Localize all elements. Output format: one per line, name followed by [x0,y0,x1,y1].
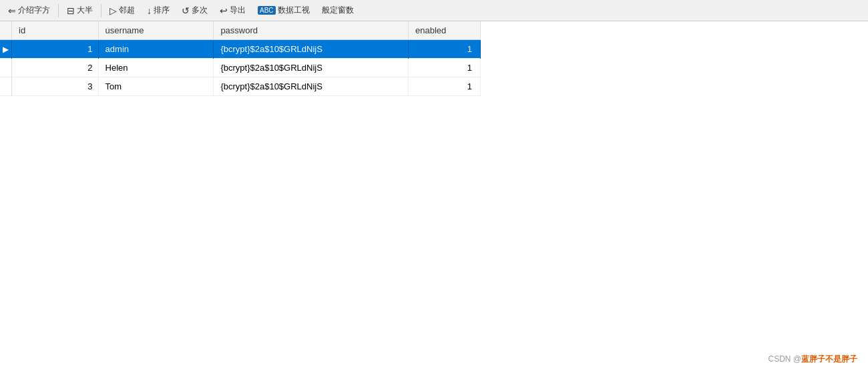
toolbar-btn-export[interactable]: ↩ 导出 [214,3,251,18]
toolbar-label-settings: 般定窗数 [322,5,354,16]
row-arrow-icon: ▶ [3,45,9,54]
table-row[interactable]: ▶1admin{bcrypt}$2a$10$GRLdNijS1 [0,40,481,59]
table-row[interactable]: 2Helen{bcrypt}$2a$10$GRLdNijS1 [0,59,481,77]
column-header-password: password [214,21,409,40]
half-icon: ⊟ [67,5,75,16]
toolbar-label-sort: 排序 [154,5,170,16]
data-table: id username password enabled ▶1admin{bcr… [0,21,481,96]
divider-1 [58,4,59,17]
watermark-prefix: CSDN @ [768,354,801,364]
toolbar-btn-settings[interactable]: 般定窗数 [316,3,359,18]
watermark: CSDN @蓝胖子不是胖子 [768,354,857,365]
cell-username: admin [98,40,214,59]
column-header-username: username [98,21,214,40]
toolbar: ⇐ 介绍字方 ⊟ 大半 ▷ 邻超 ↓ 排序 ↺ 多次 ↩ 导出 ABC 数据工视… [0,0,868,21]
watermark-brand: 蓝胖子不是胖子 [801,354,857,364]
neighbor-icon: ▷ [110,5,117,16]
sort-icon: ↓ [147,5,152,16]
table-row[interactable]: 3Tom{bcrypt}$2a$10$GRLdNijS1 [0,77,481,96]
cell-password: {bcrypt}$2a$10$GRLdNijS [214,59,409,77]
cell-id: 2 [12,59,99,77]
cell-password: {bcrypt}$2a$10$GRLdNijS [214,77,409,96]
toolbar-label-half: 大半 [77,5,93,16]
cell-username: Helen [98,59,214,77]
toolbar-label-intro: 介绍字方 [18,5,50,16]
toolbar-btn-sort[interactable]: ↓ 排序 [142,3,175,18]
column-header-id: id [12,21,99,40]
toolbar-btn-times[interactable]: ↺ 多次 [176,3,213,18]
intro-icon: ⇐ [8,5,16,16]
toolbar-btn-neighbor[interactable]: ▷ 邻超 [104,3,140,18]
cell-id: 1 [12,40,99,59]
export-icon: ↩ [220,5,228,16]
cell-enabled: 1 [408,40,480,59]
column-header-enabled: enabled [408,21,480,40]
table-body: ▶1admin{bcrypt}$2a$10$GRLdNijS12Helen{bc… [0,40,481,96]
toolbar-btn-intro[interactable]: ⇐ 介绍字方 [3,3,55,18]
cell-enabled: 1 [408,59,480,77]
cell-username: Tom [98,77,214,96]
dataview-icon: ABC [258,6,276,15]
toolbar-btn-dataview[interactable]: ABC 数据工视 [252,3,315,18]
times-icon: ↺ [182,5,190,16]
data-table-container: id username password enabled ▶1admin{bcr… [0,21,868,96]
toolbar-label-neighbor: 邻超 [119,5,135,16]
row-indicator [0,77,12,96]
toolbar-label-dataview: 数据工视 [278,5,310,16]
row-indicator [0,59,12,77]
toolbar-label-export: 导出 [230,5,246,16]
toolbar-btn-half[interactable]: ⊟ 大半 [61,3,98,18]
cell-enabled: 1 [408,77,480,96]
toolbar-label-times: 多次 [192,5,208,16]
cell-password: {bcrypt}$2a$10$GRLdNijS [214,40,409,59]
table-header-row: id username password enabled [0,21,481,40]
divider-2 [101,4,101,17]
cell-id: 3 [12,77,99,96]
row-indicator: ▶ [0,40,12,59]
